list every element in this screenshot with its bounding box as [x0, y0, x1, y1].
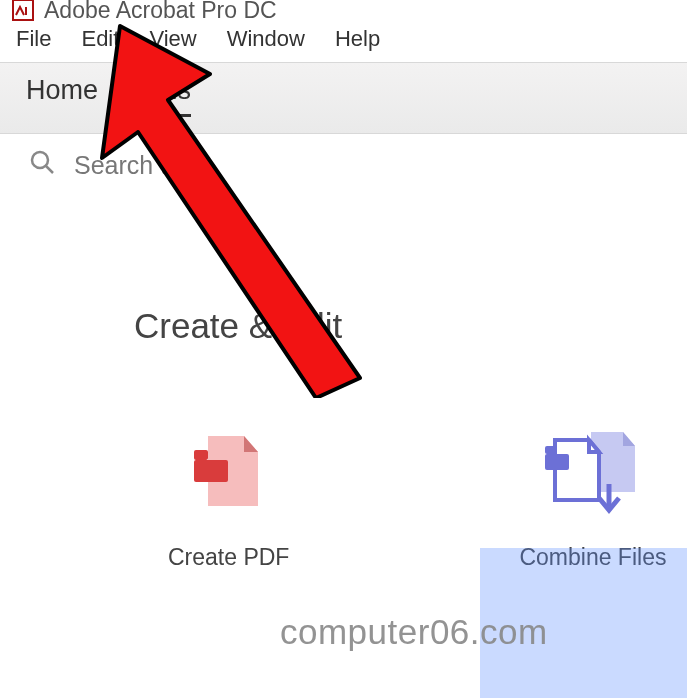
svg-rect-0: [13, 0, 33, 20]
create-pdf-icon: [184, 426, 274, 520]
tab-home[interactable]: Home: [26, 75, 98, 117]
app-icon: [12, 0, 34, 21]
svg-line-2: [46, 166, 53, 173]
app-title: Adobe Acrobat Pro DC: [44, 0, 277, 24]
combine-files-icon: [543, 426, 643, 520]
titlebar: Adobe Acrobat Pro DC: [0, 0, 687, 20]
menu-view[interactable]: View: [149, 26, 196, 52]
menu-window[interactable]: Window: [227, 26, 305, 52]
tools-row: Create PDF Combine: [134, 426, 627, 571]
tool-create-pdf[interactable]: Create PDF: [168, 426, 289, 571]
menu-help[interactable]: Help: [335, 26, 380, 52]
search-icon: [28, 148, 56, 182]
menu-file[interactable]: File: [16, 26, 51, 52]
tool-combine-files-label: Combine Files: [519, 544, 666, 571]
watermark: computer06.com: [280, 612, 548, 652]
menu-edit[interactable]: Edit: [81, 26, 119, 52]
svg-rect-5: [545, 454, 569, 470]
tab-tools[interactable]: Tools: [128, 75, 191, 117]
section-title: Create & Edit: [134, 306, 627, 346]
tool-combine-files[interactable]: Combine Files: [519, 426, 666, 571]
tool-create-pdf-label: Create PDF: [168, 544, 289, 571]
svg-point-1: [32, 152, 48, 168]
svg-rect-3: [194, 460, 228, 482]
tabbar: Home Tools: [0, 62, 687, 134]
menubar: File Edit View Window Help: [0, 20, 687, 62]
svg-rect-4: [194, 450, 208, 460]
content-area: Create & Edit Create PDF: [0, 196, 687, 571]
svg-rect-6: [545, 446, 555, 454]
search-row[interactable]: Search tools: [0, 134, 687, 196]
search-placeholder: Search tools: [74, 151, 213, 180]
